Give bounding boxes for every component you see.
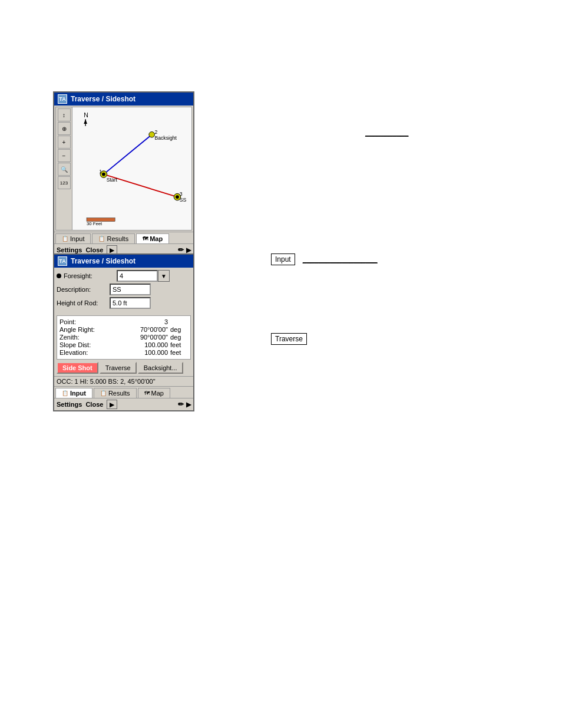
svg-text:SS: SS [180,197,187,203]
coords-btn[interactable]: 123 [58,176,71,189]
input-underline-text: ___________________ [303,255,378,263]
results-tab-label: Results [107,235,128,242]
elevation-val: 100.000 [109,349,168,356]
svg-text:Backsight: Backsight [154,135,177,141]
top-dialog: TA Traverse / Sideshot ↕ ⊕ + − 🔍 123 N [53,91,194,257]
svg-text:30 Feet: 30 Feet [87,221,103,226]
svg-text:2: 2 [154,129,157,135]
arrow-btn-bottom[interactable]: ▶ [107,400,117,409]
angle-right-unit: deg [170,326,188,333]
angle-right-row: Angle Right: 70°00'00" deg [59,326,188,333]
top-dialog-tabs: 📋 Input 📋 Results 🗺 Map [54,232,193,243]
svg-point-13 [176,195,179,199]
zenith-key: Zenith: [59,334,107,341]
bottom-dialog-tabs: 📋 Input 📋 Results 🗺 Map [54,386,193,398]
close-label-bottom[interactable]: Close [85,401,103,408]
svg-marker-2 [84,119,87,124]
bullet-icon [57,274,61,278]
top-dialog-title: Traverse / Sideshot [71,95,135,103]
map-container: ↕ ⊕ + − 🔍 123 N Start 1 [55,107,192,230]
backsight-button[interactable]: Backsight... [138,362,183,374]
zoom-select-btn[interactable]: 🔍 [58,163,71,176]
svg-text:1: 1 [99,169,102,174]
action-buttons: Side Shot Traverse Backsight... [57,362,191,374]
pan-tool-btn[interactable]: ↕ [58,108,71,121]
map-toolbar: ↕ ⊕ + − 🔍 123 [56,107,72,230]
right-arrow-bottom: ▶ [186,401,191,409]
tab-map-top[interactable]: 🗺 Map [136,233,169,243]
results-tab-icon-b: 📋 [100,390,107,396]
results-tab-label-b: Results [108,390,130,397]
elevation-key: Elevation: [59,349,107,356]
input-tab-label-b: Input [70,390,86,397]
pencil-icon-bottom: ✏ [178,400,184,409]
input-box-label: Input [271,253,295,265]
map-tab-icon-b: 🗺 [144,390,150,396]
point-val: 3 [109,318,168,325]
foresight-input[interactable] [117,270,158,282]
map-tab-label: Map [150,235,163,242]
slope-dist-unit: feet [170,341,188,348]
input-form: Foresight: ▼ Description: Height of Rod: [54,268,193,313]
tab-input-top[interactable]: 📋 Input [55,233,91,243]
zenith-val: 90°00'00" [109,334,168,341]
pencil-icon-top: ✏ [178,246,184,254]
elevation-row: Elevation: 100.000 feet [59,349,188,356]
angle-right-val: 70°00'00" [109,326,168,333]
elevation-unit: feet [170,349,188,356]
bottom-dialog-title: Traverse / Sideshot [71,257,135,265]
svg-point-6 [102,173,105,176]
map-tab-label-b: Map [151,390,164,397]
settings-label-bottom[interactable]: Settings [57,401,82,408]
map-area: N Start 1 2 Backsight 3 [72,107,191,230]
slope-dist-row: Slope Dist: 100.000 feet [59,341,188,348]
top-dialog-icon: TA [58,94,67,104]
tab-results-bottom[interactable]: 📋 Results [94,388,137,398]
height-of-rod-label: Height of Rod: [57,299,110,307]
tab-input-bottom[interactable]: 📋 Input [55,388,92,398]
bottom-dialog-bottombar: Settings Close ▶ ✏ ▶ [54,398,193,410]
slope-dist-val: 100.000 [109,341,168,348]
zoom-extent-btn[interactable]: ⊕ [58,122,71,135]
input-tab-icon-b: 📋 [62,390,68,396]
zenith-row: Zenith: 90°00'00" deg [59,334,188,341]
svg-text:Start: Start [107,177,118,183]
input-tab-label: Input [70,235,84,242]
traverse-annotation: Traverse [271,333,307,345]
data-table: Point: 3 Angle Right: 70°00'00" deg Zeni… [57,315,191,360]
foresight-row: Foresight: ▼ [57,270,191,282]
traverse-box-label: Traverse [271,333,307,345]
side-shot-button[interactable]: Side Shot [57,362,98,374]
slope-dist-key: Slope Dist: [59,341,107,348]
foresight-dropdown[interactable]: ▼ [158,270,170,282]
tab-results-top[interactable]: 📋 Results [92,233,135,243]
status-bar: OCC: 1 HI: 5.000 BS: 2, 45°00'00" [54,376,193,386]
height-of-rod-row: Height of Rod: [57,297,191,309]
results-tab-icon: 📋 [98,236,105,242]
zoom-in-btn[interactable]: + [58,136,71,149]
zoom-out-btn[interactable]: − [58,149,71,162]
svg-point-9 [149,131,155,137]
tab-map-bottom[interactable]: 🗺 Map [138,388,170,398]
point-key: Point: [59,318,107,325]
angle-right-key: Angle Right: [59,326,107,333]
svg-text:N: N [84,111,88,118]
description-row: Description: [57,284,191,295]
description-input[interactable] [110,284,151,295]
height-of-rod-input[interactable] [110,297,151,309]
top-annotation-line: ___________ [365,129,408,137]
description-label: Description: [57,286,110,293]
close-label-top[interactable]: Close [85,246,103,253]
bottom-dialog-icon: TA [58,256,67,266]
top-dialog-titlebar: TA Traverse / Sideshot [54,93,193,106]
point-row: Point: 3 [59,318,188,325]
map-svg: N Start 1 2 Backsight 3 [72,107,191,230]
bottom-dialog: TA Traverse / Sideshot Foresight: ▼ Desc… [53,253,194,411]
input-annotation: Input ___________________ [271,253,378,265]
input-tab-icon: 📋 [62,236,68,242]
zenith-unit: deg [170,334,188,341]
map-tab-icon: 🗺 [143,236,148,242]
foresight-label: Foresight: [64,272,117,279]
traverse-button[interactable]: Traverse [100,362,137,374]
settings-label-top[interactable]: Settings [57,246,82,253]
